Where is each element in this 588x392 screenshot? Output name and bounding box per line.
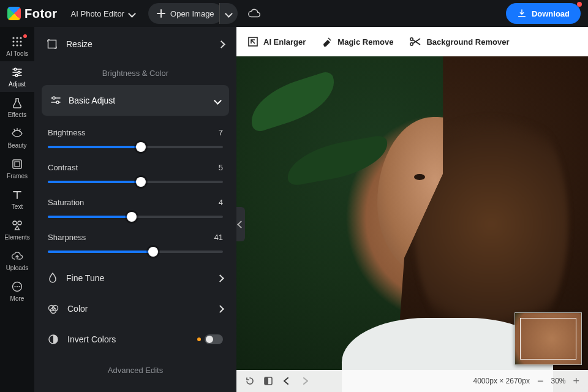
quick-tools-bar: AI Enlarger Magic Remove Background Remo… <box>236 27 588 56</box>
more-horizontal-icon <box>11 281 23 293</box>
editor-mode-dropdown[interactable]: AI Photo Editor <box>64 6 142 22</box>
rail-frames[interactable]: Frames <box>0 153 34 184</box>
slider-track[interactable] <box>48 251 223 253</box>
tool-rail: AI Tools Adjust Effects Beauty Frames Te… <box>0 27 34 392</box>
slider-track[interactable] <box>48 216 223 218</box>
slider-track[interactable] <box>48 146 223 148</box>
slider-value: 4 <box>219 198 223 207</box>
app-header: Fotor AI Photo Editor Open Image Downloa… <box>0 0 588 27</box>
magic-remove-label: Magic Remove <box>337 37 393 47</box>
invert-colors-toggle[interactable] <box>205 334 223 344</box>
slider-thumb[interactable] <box>136 177 146 187</box>
slider-thumb[interactable] <box>148 247 158 257</box>
ai-enlarger-button[interactable]: AI Enlarger <box>247 36 306 47</box>
zoom-level: 30% <box>551 377 565 385</box>
chevron-down-icon <box>129 9 135 18</box>
rail-label: Effects <box>8 111 26 118</box>
svg-point-22 <box>56 101 59 104</box>
invert-colors-label: Invert Colors <box>67 334 189 344</box>
color-wheel-icon <box>48 303 59 314</box>
svg-point-17 <box>15 286 16 287</box>
slider-sharpness: Sharpness41 <box>48 225 223 260</box>
cloud-upload-icon <box>11 250 23 262</box>
slider-label: Contrast <box>48 163 78 172</box>
rail-label: Beauty <box>7 142 26 149</box>
background-remover-button[interactable]: Background Remover <box>409 36 509 47</box>
rail-label: More <box>10 295 24 302</box>
undo-button[interactable] <box>282 376 292 386</box>
scissors-icon <box>409 36 421 47</box>
download-button[interactable]: Download <box>506 3 581 24</box>
cloud-sync-button[interactable] <box>244 3 265 24</box>
svg-rect-13 <box>15 162 20 167</box>
compare-button[interactable] <box>263 376 273 386</box>
rail-beauty[interactable]: Beauty <box>0 123 34 153</box>
svg-point-6 <box>12 44 14 46</box>
svg-point-21 <box>53 97 55 99</box>
rail-label: Text <box>12 203 23 210</box>
rail-more[interactable]: More <box>0 276 34 306</box>
resize-row[interactable]: Resize <box>34 27 236 61</box>
eraser-icon <box>322 36 333 47</box>
frame-icon <box>11 158 23 170</box>
zoom-in-button[interactable]: + <box>573 375 579 388</box>
arrow-left-icon <box>282 376 292 386</box>
color-row[interactable]: Color <box>34 293 236 324</box>
svg-point-8 <box>20 44 21 46</box>
editor-mode-label: AI Photo Editor <box>71 9 124 18</box>
svg-point-9 <box>14 68 17 70</box>
redo-button[interactable] <box>300 376 310 386</box>
slider-track[interactable] <box>48 181 223 183</box>
background-remover-label: Background Remover <box>426 37 509 47</box>
navigator-minimap[interactable] <box>514 312 582 365</box>
open-image-label: Open Image <box>170 9 214 18</box>
download-icon <box>517 9 527 18</box>
section-brightness-color: Brightness & Color <box>34 61 236 85</box>
chevron-down-icon <box>215 96 221 105</box>
open-image-dropdown[interactable] <box>219 3 238 24</box>
slider-label: Saturation <box>48 198 84 207</box>
svg-rect-20 <box>48 40 56 48</box>
section-advanced-edits: Advanced Edits <box>34 355 236 382</box>
plus-icon <box>157 9 165 18</box>
rail-effects[interactable]: Effects <box>0 92 34 123</box>
svg-point-14 <box>13 221 17 225</box>
collapse-panel-handle[interactable] <box>236 207 245 241</box>
brand-logo-icon <box>7 7 21 20</box>
invert-colors-row[interactable]: Invert Colors <box>34 324 236 355</box>
rail-text[interactable]: Text <box>0 184 34 214</box>
rail-label: Frames <box>7 173 28 179</box>
rail-uploads[interactable]: Uploads <box>0 245 34 276</box>
slider-thumb[interactable] <box>136 142 146 152</box>
rail-label: AI Tools <box>6 50 28 57</box>
slider-thumb[interactable] <box>127 212 137 222</box>
brand-logo[interactable]: Fotor <box>7 7 58 21</box>
resize-label: Resize <box>66 39 210 49</box>
grid-dots-icon <box>11 36 23 48</box>
fine-tune-row[interactable]: Fine Tune <box>34 263 236 293</box>
image-canvas[interactable]: 4000px × 2670px − 30% + <box>236 56 588 392</box>
sliders-icon <box>50 95 61 106</box>
rail-elements[interactable]: Elements <box>0 214 34 245</box>
rail-label: Adjust <box>9 81 26 88</box>
resize-icon <box>47 39 58 50</box>
svg-rect-31 <box>265 377 268 385</box>
fine-tune-label: Fine Tune <box>66 273 209 283</box>
open-image-button[interactable]: Open Image <box>148 3 223 24</box>
svg-point-3 <box>12 40 14 42</box>
invert-icon <box>48 334 59 345</box>
basic-adjust-accordion[interactable]: Basic Adjust <box>42 85 229 116</box>
rail-adjust[interactable]: Adjust <box>0 61 34 92</box>
slider-contrast: Contrast5 <box>48 156 223 190</box>
rail-ai-tools[interactable]: AI Tools <box>0 31 34 61</box>
magic-remove-button[interactable]: Magic Remove <box>322 36 393 47</box>
adjust-panel: Resize Brightness & Color Basic Adjust B… <box>34 27 236 392</box>
chevron-left-icon <box>238 220 244 229</box>
ai-enlarger-label: AI Enlarger <box>263 37 306 47</box>
zoom-out-button[interactable]: − <box>537 375 544 388</box>
eye-icon <box>11 127 23 140</box>
slider-value: 41 <box>214 233 223 242</box>
slider-value: 5 <box>219 163 223 172</box>
history-button[interactable] <box>245 376 255 386</box>
droplet-icon <box>48 273 58 284</box>
